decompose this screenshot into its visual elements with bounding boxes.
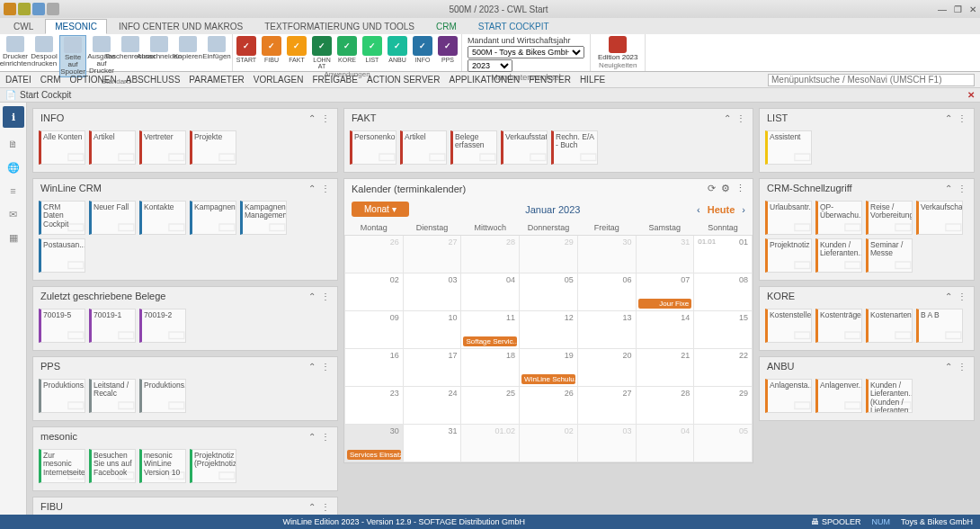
menu-item[interactable]: VORLAGEN <box>254 75 304 85</box>
tile[interactable]: Alle Konten▭ <box>39 130 85 165</box>
calendar-cell[interactable]: 30Services Einsatz <box>345 425 404 462</box>
more-icon[interactable]: ⋮ <box>321 184 330 193</box>
calendar-cell[interactable]: 07Jour Fixe <box>636 273 694 311</box>
tile[interactable]: Leitstand / Recalc▭ <box>89 379 136 413</box>
tile[interactable]: Produktions...▭ <box>139 379 186 413</box>
more-icon[interactable]: ⋮ <box>321 113 330 123</box>
calendar-cell[interactable]: 21 <box>636 349 694 387</box>
more-icon[interactable]: ⋮ <box>958 184 967 193</box>
tile[interactable]: Verkaufscha...▭ <box>916 201 963 235</box>
tile[interactable]: Anlagensta...▭ <box>765 379 812 413</box>
calendar-cell[interactable]: 10 <box>403 311 461 349</box>
calendar-cell[interactable]: 22 <box>694 349 753 387</box>
app-button-start[interactable]: ✓START <box>235 35 258 70</box>
sidebar-globe-icon[interactable]: 🌐 <box>6 160 21 175</box>
ribbon-button[interactable]: Ausschneiden <box>146 35 173 77</box>
calendar-cell[interactable]: 29 <box>520 236 578 273</box>
qat-icon[interactable] <box>47 3 59 15</box>
tile[interactable]: Besuchen Sie uns auf Facebook▭ <box>89 449 136 483</box>
tile[interactable]: OP-Überwachu...▭ <box>815 201 862 235</box>
edition-icon[interactable] <box>609 36 627 53</box>
menu-item[interactable]: OPTIONEN <box>70 75 117 85</box>
tile[interactable]: Artikel▭ <box>89 130 136 165</box>
menu-item[interactable]: FREIGABE <box>312 75 358 85</box>
calendar-cell[interactable]: 05 <box>694 425 753 462</box>
company-select[interactable]: 500M - Toys & Bikes GmbH <box>468 46 584 58</box>
tile[interactable]: mesonic WinLine Version 10▭ <box>139 449 186 483</box>
calendar-cell[interactable]: 28 <box>636 387 694 425</box>
ribbon-button[interactable]: Seiteauf Spooler <box>59 35 86 77</box>
tile[interactable]: Kostenstelle...▭ <box>765 309 812 343</box>
calendar-cell[interactable]: 30 <box>577 236 636 273</box>
ribbon-tab[interactable]: START COCKPIT <box>468 19 559 34</box>
sidebar-table-icon[interactable]: ▦ <box>6 230 21 245</box>
calendar-cell[interactable]: 17 <box>403 349 461 387</box>
tile[interactable]: Projektnotiz▭ <box>765 238 812 273</box>
collapse-icon[interactable]: ⌃ <box>724 113 731 123</box>
minimize-button[interactable]: — <box>938 4 947 14</box>
tile[interactable]: Kampagnen▭ <box>190 201 236 235</box>
tile[interactable]: Kontakte▭ <box>139 201 186 235</box>
tile[interactable]: Postausan...▭ <box>39 238 85 273</box>
menu-item[interactable]: FENSTER <box>529 75 571 85</box>
ribbon-button[interactable]: Einfügen <box>203 35 230 77</box>
collapse-icon[interactable]: ⌃ <box>308 432 316 442</box>
more-icon[interactable]: ⋮ <box>321 291 330 301</box>
collapse-icon[interactable]: ⌃ <box>308 184 316 193</box>
calendar-event[interactable]: Jour Fixe <box>638 299 692 309</box>
close-button[interactable]: ✕ <box>969 4 976 14</box>
calendar-cell[interactable]: 01.0101 <box>694 236 753 273</box>
collapse-icon[interactable]: ⌃ <box>308 502 316 512</box>
ribbon-tab[interactable]: CRM <box>426 19 467 34</box>
qat-icon[interactable] <box>4 3 16 15</box>
tile[interactable]: Zur mesonic Internetseite▭ <box>39 449 85 483</box>
calendar-cell[interactable]: 15 <box>694 311 753 349</box>
calendar-cell[interactable]: 06 <box>577 273 636 311</box>
ribbon-tab[interactable]: INFO CENTER UND MAKROS <box>109 19 253 34</box>
view-select[interactable]: Monat ▾ <box>352 202 409 217</box>
calendar-cell[interactable]: 08 <box>694 273 753 311</box>
tile[interactable]: 70019-2▭ <box>139 309 186 343</box>
more-icon[interactable]: ⋮ <box>321 432 330 442</box>
ribbon-button[interactable]: Kopieren <box>174 35 201 77</box>
more-icon[interactable]: ⋮ <box>321 502 330 512</box>
calendar-cell[interactable]: 26 <box>345 236 404 273</box>
calendar-cell[interactable]: 03 <box>577 425 636 462</box>
ribbon-button[interactable]: Druckereinrichten <box>2 35 29 77</box>
tile[interactable]: Urlaubsantr...▭ <box>765 201 812 235</box>
more-icon[interactable]: ⋮ <box>958 113 967 123</box>
calendar-cell[interactable]: 31 <box>403 425 461 462</box>
calendar-cell[interactable]: 01.02 <box>461 425 520 462</box>
tile[interactable]: Verkaufsstat...▭ <box>501 130 548 165</box>
calendar-cell[interactable]: 18 <box>461 349 520 387</box>
calendar-cell[interactable]: 14 <box>636 311 694 349</box>
tile[interactable]: Kostenarten▭ <box>866 309 913 343</box>
tile[interactable]: Kostenträge...▭ <box>815 309 862 343</box>
tile[interactable]: Neuer Fall▭ <box>89 201 136 235</box>
calendar-cell[interactable]: 04 <box>636 425 694 462</box>
calendar-event[interactable]: WinLine Schulu... <box>521 374 575 384</box>
tile[interactable]: Produktions...▭ <box>39 379 85 413</box>
tile[interactable]: CRM Daten Cockpit▭ <box>39 201 85 235</box>
more-icon[interactable]: ⋮ <box>321 362 330 372</box>
next-month-icon[interactable]: › <box>742 204 745 215</box>
today-button[interactable]: Heute <box>708 204 735 215</box>
tile[interactable]: Kunden / Lieferanten...▭ <box>815 238 862 273</box>
qat-icon[interactable] <box>18 3 31 15</box>
calendar-event[interactable]: Softage Servic... <box>463 336 517 346</box>
tile[interactable]: Anlagenver...▭ <box>815 379 862 413</box>
app-button-anbu[interactable]: ✓ANBU <box>386 35 409 70</box>
tile[interactable]: Kampagnen-Management▭ <box>240 201 287 235</box>
collapse-icon[interactable]: ⌃ <box>945 291 952 301</box>
calendar-event[interactable]: Services Einsatz <box>347 450 401 460</box>
tile[interactable]: Rechn. E/A - Buch▭ <box>551 130 598 165</box>
tile[interactable]: B A B▭ <box>916 309 963 343</box>
calendar-cell[interactable]: 13 <box>577 311 636 349</box>
menu-item[interactable]: CRM <box>40 75 61 85</box>
tile[interactable]: 70019-1▭ <box>89 309 136 343</box>
app-button-fakt[interactable]: ✓FAKT <box>285 35 308 70</box>
menu-item[interactable]: ABSCHLUSS <box>126 75 181 85</box>
calendar-cell[interactable]: 12 <box>520 311 578 349</box>
settings-icon[interactable]: ⚙ <box>721 183 730 194</box>
more-icon[interactable]: ⋮ <box>736 113 745 123</box>
